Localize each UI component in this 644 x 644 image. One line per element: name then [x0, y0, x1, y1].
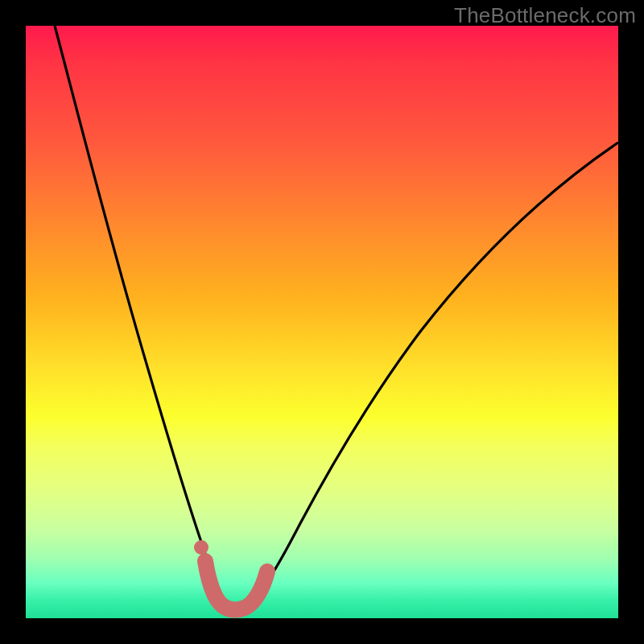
plot-area	[26, 26, 618, 618]
watermark-text: TheBottleneck.com	[454, 3, 636, 28]
bottleneck-curve-path	[55, 26, 618, 609]
marker-u-path	[205, 561, 267, 609]
marker-dot	[194, 540, 208, 555]
curve-svg	[26, 26, 618, 618]
chart-frame: TheBottleneck.com	[0, 0, 644, 644]
